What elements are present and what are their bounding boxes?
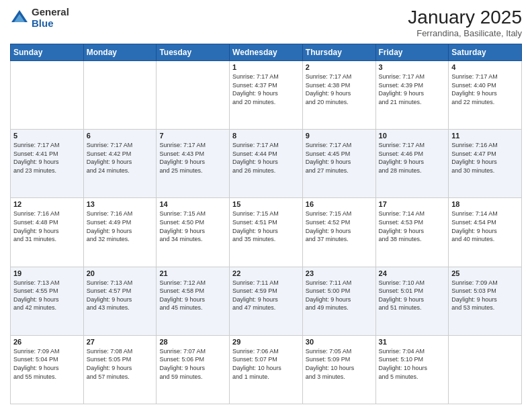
day-info: Sunrise: 7:17 AM Sunset: 4:43 PM Dayligh…	[159, 141, 226, 175]
calendar-week-1: 1Sunrise: 7:17 AM Sunset: 4:37 PM Daylig…	[11, 61, 522, 130]
calendar-cell	[157, 61, 230, 130]
day-info: Sunrise: 7:17 AM Sunset: 4:45 PM Dayligh…	[306, 141, 373, 175]
calendar-cell: 31Sunrise: 7:04 AM Sunset: 5:10 PM Dayli…	[375, 335, 449, 404]
calendar-cell: 13Sunrise: 7:16 AM Sunset: 4:49 PM Dayli…	[83, 198, 157, 267]
day-number: 27	[87, 338, 154, 346]
calendar-cell: 4Sunrise: 7:17 AM Sunset: 4:40 PM Daylig…	[449, 61, 522, 130]
logo-text: General Blue	[32, 7, 69, 29]
calendar-cell: 22Sunrise: 7:11 AM Sunset: 4:59 PM Dayli…	[230, 267, 303, 335]
calendar-cell: 29Sunrise: 7:06 AM Sunset: 5:07 PM Dayli…	[230, 335, 303, 404]
calendar-cell: 20Sunrise: 7:13 AM Sunset: 4:57 PM Dayli…	[83, 267, 157, 335]
logo-icon	[10, 9, 29, 28]
day-number: 22	[232, 269, 300, 277]
calendar-cell: 16Sunrise: 7:15 AM Sunset: 4:52 PM Dayli…	[302, 198, 375, 267]
weekday-header-friday: Friday	[375, 44, 449, 61]
title-block: January 2025 Ferrandina, Basilicate, Ita…	[408, 7, 522, 38]
calendar-cell: 10Sunrise: 7:17 AM Sunset: 4:46 PM Dayli…	[375, 130, 449, 198]
calendar-week-3: 12Sunrise: 7:16 AM Sunset: 4:48 PM Dayli…	[11, 198, 522, 267]
location: Ferrandina, Basilicate, Italy	[408, 28, 522, 38]
calendar-cell: 25Sunrise: 7:09 AM Sunset: 5:03 PM Dayli…	[449, 267, 522, 335]
day-info: Sunrise: 7:07 AM Sunset: 5:06 PM Dayligh…	[159, 347, 226, 381]
calendar-cell	[83, 61, 157, 130]
page: General Blue January 2025 Ferrandina, Ba…	[0, 0, 532, 411]
day-info: Sunrise: 7:08 AM Sunset: 5:05 PM Dayligh…	[87, 347, 154, 381]
day-number: 26	[13, 338, 81, 346]
day-number: 24	[379, 269, 446, 277]
day-info: Sunrise: 7:17 AM Sunset: 4:39 PM Dayligh…	[379, 73, 446, 106]
day-info: Sunrise: 7:17 AM Sunset: 4:42 PM Dayligh…	[87, 141, 154, 175]
calendar-cell	[11, 61, 84, 130]
day-number: 3	[379, 63, 446, 71]
header: General Blue January 2025 Ferrandina, Ba…	[10, 7, 522, 38]
day-number: 9	[306, 132, 373, 140]
calendar-cell: 14Sunrise: 7:15 AM Sunset: 4:50 PM Dayli…	[157, 198, 230, 267]
calendar-table: SundayMondayTuesdayWednesdayThursdayFrid…	[10, 44, 522, 404]
day-number: 15	[232, 200, 300, 208]
day-info: Sunrise: 7:17 AM Sunset: 4:41 PM Dayligh…	[13, 141, 81, 175]
day-number: 29	[232, 338, 300, 346]
calendar-cell: 24Sunrise: 7:10 AM Sunset: 5:01 PM Dayli…	[375, 267, 449, 335]
calendar-cell: 28Sunrise: 7:07 AM Sunset: 5:06 PM Dayli…	[157, 335, 230, 404]
day-number: 16	[306, 200, 373, 208]
calendar-cell: 19Sunrise: 7:13 AM Sunset: 4:55 PM Dayli…	[11, 267, 84, 335]
day-number: 17	[379, 200, 446, 208]
logo-blue: Blue	[32, 18, 69, 30]
day-info: Sunrise: 7:17 AM Sunset: 4:37 PM Dayligh…	[232, 73, 300, 106]
day-info: Sunrise: 7:05 AM Sunset: 5:09 PM Dayligh…	[306, 347, 373, 381]
calendar-cell: 26Sunrise: 7:09 AM Sunset: 5:04 PM Dayli…	[11, 335, 84, 404]
day-number: 8	[232, 132, 300, 140]
calendar-cell: 1Sunrise: 7:17 AM Sunset: 4:37 PM Daylig…	[230, 61, 303, 130]
day-number: 12	[13, 200, 81, 208]
calendar-cell: 23Sunrise: 7:11 AM Sunset: 5:00 PM Dayli…	[302, 267, 375, 335]
logo-general: General	[32, 7, 69, 18]
day-number: 14	[159, 200, 226, 208]
calendar-cell: 17Sunrise: 7:14 AM Sunset: 4:53 PM Dayli…	[375, 198, 449, 267]
day-info: Sunrise: 7:16 AM Sunset: 4:47 PM Dayligh…	[451, 141, 519, 175]
month-title: January 2025	[408, 7, 522, 28]
weekday-header-row: SundayMondayTuesdayWednesdayThursdayFrid…	[11, 44, 522, 61]
day-number: 18	[451, 200, 519, 208]
calendar-cell: 30Sunrise: 7:05 AM Sunset: 5:09 PM Dayli…	[302, 335, 375, 404]
weekday-header-monday: Monday	[83, 44, 157, 61]
day-number: 23	[306, 269, 373, 277]
calendar-cell: 11Sunrise: 7:16 AM Sunset: 4:47 PM Dayli…	[449, 130, 522, 198]
day-number: 2	[306, 63, 373, 71]
day-info: Sunrise: 7:17 AM Sunset: 4:46 PM Dayligh…	[379, 141, 446, 175]
calendar-week-2: 5Sunrise: 7:17 AM Sunset: 4:41 PM Daylig…	[11, 130, 522, 198]
day-info: Sunrise: 7:13 AM Sunset: 4:57 PM Dayligh…	[87, 279, 154, 312]
calendar-week-5: 26Sunrise: 7:09 AM Sunset: 5:04 PM Dayli…	[11, 335, 522, 404]
day-info: Sunrise: 7:09 AM Sunset: 5:03 PM Dayligh…	[451, 279, 519, 312]
day-number: 6	[87, 132, 154, 140]
calendar-cell: 9Sunrise: 7:17 AM Sunset: 4:45 PM Daylig…	[302, 130, 375, 198]
day-number: 28	[159, 338, 226, 346]
day-info: Sunrise: 7:10 AM Sunset: 5:01 PM Dayligh…	[379, 279, 446, 312]
weekday-header-wednesday: Wednesday	[230, 44, 303, 61]
day-info: Sunrise: 7:11 AM Sunset: 4:59 PM Dayligh…	[232, 279, 300, 312]
day-number: 21	[159, 269, 226, 277]
weekday-header-thursday: Thursday	[302, 44, 375, 61]
day-info: Sunrise: 7:16 AM Sunset: 4:49 PM Dayligh…	[87, 210, 154, 243]
day-info: Sunrise: 7:04 AM Sunset: 5:10 PM Dayligh…	[379, 347, 446, 381]
day-info: Sunrise: 7:15 AM Sunset: 4:52 PM Dayligh…	[306, 210, 373, 243]
day-info: Sunrise: 7:14 AM Sunset: 4:53 PM Dayligh…	[379, 210, 446, 243]
day-info: Sunrise: 7:15 AM Sunset: 4:50 PM Dayligh…	[159, 210, 226, 243]
calendar-cell: 8Sunrise: 7:17 AM Sunset: 4:44 PM Daylig…	[230, 130, 303, 198]
day-info: Sunrise: 7:12 AM Sunset: 4:58 PM Dayligh…	[159, 279, 226, 312]
calendar-week-4: 19Sunrise: 7:13 AM Sunset: 4:55 PM Dayli…	[11, 267, 522, 335]
day-info: Sunrise: 7:13 AM Sunset: 4:55 PM Dayligh…	[13, 279, 81, 312]
day-number: 30	[306, 338, 373, 346]
day-number: 7	[159, 132, 226, 140]
day-info: Sunrise: 7:17 AM Sunset: 4:40 PM Dayligh…	[451, 73, 519, 106]
day-number: 10	[379, 132, 446, 140]
day-number: 20	[87, 269, 154, 277]
day-number: 5	[13, 132, 81, 140]
day-info: Sunrise: 7:14 AM Sunset: 4:54 PM Dayligh…	[451, 210, 519, 243]
day-info: Sunrise: 7:17 AM Sunset: 4:38 PM Dayligh…	[306, 73, 373, 106]
day-number: 25	[451, 269, 519, 277]
calendar-cell: 7Sunrise: 7:17 AM Sunset: 4:43 PM Daylig…	[157, 130, 230, 198]
calendar-cell: 2Sunrise: 7:17 AM Sunset: 4:38 PM Daylig…	[302, 61, 375, 130]
calendar-cell	[449, 335, 522, 404]
day-number: 13	[87, 200, 154, 208]
day-number: 19	[13, 269, 81, 277]
day-info: Sunrise: 7:06 AM Sunset: 5:07 PM Dayligh…	[232, 347, 300, 381]
